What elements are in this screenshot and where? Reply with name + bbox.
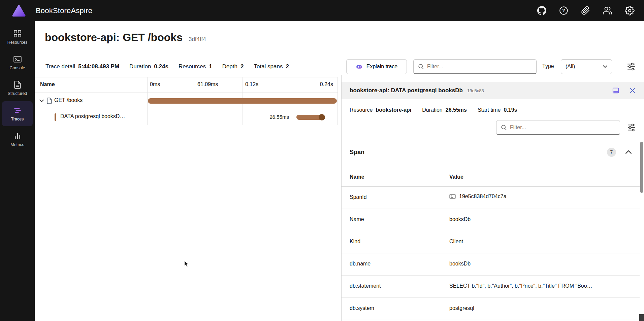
span-count-badge: 7	[607, 148, 616, 157]
stat-value: 2	[240, 63, 244, 70]
span-name: DATA postgresql booksD…	[60, 113, 145, 119]
type-select-value: (All)	[566, 64, 575, 70]
table-row[interactable]: db.statement SELECT b."Id", b."Author", …	[342, 276, 640, 298]
span-details-panel: bookstore-api: DATA postgresql booksDb 1…	[341, 75, 644, 321]
property-value: booksDb	[449, 261, 471, 267]
table-row[interactable]: db.name booksDb	[342, 253, 640, 276]
help-icon[interactable]: ?	[559, 6, 568, 15]
stat-total-spans: Total spans 2	[254, 63, 289, 70]
settings-gear-icon[interactable]	[625, 6, 635, 15]
community-people-icon[interactable]	[603, 6, 612, 15]
sidebar-item-traces[interactable]: Traces	[2, 101, 33, 126]
table-row[interactable]: SpanId 19e5c8384d704c7a	[342, 187, 640, 209]
stat-label: Start time	[478, 107, 501, 113]
stat-label: Trace detail	[45, 63, 75, 70]
feedback-paperclip-icon[interactable]	[581, 6, 590, 15]
time-tick: 0.24s	[320, 81, 333, 87]
stat-value: bookstore-api	[376, 107, 411, 113]
structured-logs-icon	[13, 80, 22, 89]
panel-filter-box	[496, 120, 620, 135]
panel-title: bookstore-api: DATA postgresql booksDb	[350, 87, 463, 94]
property-name: Kind	[350, 239, 360, 245]
stat-value: 26.55ms	[446, 107, 467, 113]
trace-filter-box	[413, 59, 537, 74]
sidebar-item-console[interactable]: Console	[2, 50, 33, 75]
property-name: db.statement	[350, 283, 381, 289]
span-id-card-icon	[449, 194, 456, 199]
table-row[interactable]: db.system postgresql	[342, 298, 640, 320]
span-row-child[interactable]: DATA postgresql booksD… 26.55ms	[35, 109, 338, 125]
span-section-header[interactable]: Span 7	[342, 144, 640, 160]
github-icon[interactable]	[537, 6, 546, 15]
stat-value: 5:44:08.493 PM	[78, 63, 119, 70]
dock-panel-icon[interactable]	[612, 87, 619, 94]
property-name: db.name	[350, 261, 371, 267]
span-row-root[interactable]: GET /books	[35, 93, 338, 109]
panel-scrollbar[interactable]	[639, 140, 644, 321]
property-value: 19e5c8384d704c7a	[459, 193, 507, 200]
traces-gantt-icon	[13, 106, 22, 115]
column-divider	[440, 172, 440, 183]
property-value-group: 19e5c8384d704c7a	[449, 193, 507, 200]
expand-chevron-icon[interactable]	[39, 100, 44, 102]
scrollbar-thumb[interactable]	[640, 142, 643, 193]
sidebar: Resources Console Structured	[0, 21, 35, 321]
topbar-icon-group: ?	[537, 0, 635, 21]
close-icon[interactable]	[629, 87, 636, 94]
stat-trace-detail: Trace detail 5:44:08.493 PM	[45, 63, 119, 70]
type-label: Type	[542, 63, 554, 69]
sidebar-label: Console	[10, 66, 25, 70]
trace-waterfall: Name 0ms 61.09ms 0.12s 0.24s GET /books …	[35, 77, 338, 321]
stat-label: Depth	[222, 63, 237, 70]
property-value: Client	[449, 239, 463, 245]
stat-duration: Duration 0.24s	[129, 63, 168, 70]
stat-value: 0.19s	[504, 107, 517, 113]
sidebar-label: Traces	[11, 117, 24, 121]
stat-value: 0.24s	[154, 63, 168, 70]
properties-table-header: Name Value	[342, 168, 640, 187]
span-duration-label: 26.55ms	[255, 114, 289, 120]
stat-label: Resource	[350, 107, 373, 113]
stat-value: 2	[286, 63, 289, 70]
sidebar-item-structured[interactable]: Structured	[2, 76, 33, 101]
name-column-header: Name	[40, 81, 55, 87]
table-row[interactable]: Name booksDb	[342, 209, 640, 231]
mouse-cursor	[183, 260, 190, 268]
panel-filter-input[interactable]	[510, 124, 616, 131]
explain-trace-button[interactable]: Explain trace	[346, 59, 407, 74]
span-name: GET /books	[54, 97, 83, 103]
stat-value: 1	[209, 63, 212, 70]
trace-filter-input[interactable]	[427, 64, 532, 70]
panel-filter-options-icon[interactable]	[627, 123, 636, 132]
span-bar-root[interactable]	[148, 98, 337, 104]
span-bar-child[interactable]	[296, 115, 325, 120]
sidebar-item-resources[interactable]: Resources	[2, 25, 33, 49]
chevron-down-icon	[603, 65, 607, 68]
main-content: bookstore-api: GET /books 3df4ff4 Trace …	[35, 21, 644, 321]
panel-header: bookstore-api: DATA postgresql booksDb 1…	[342, 82, 644, 99]
table-row[interactable]: Kind Client	[342, 231, 640, 253]
top-bar: BookStoreAspire ?	[0, 0, 644, 21]
sidebar-item-metrics[interactable]: Metrics	[2, 127, 33, 152]
panel-stat-resource: Resource bookstore-api	[350, 107, 411, 113]
sidebar-label: Metrics	[10, 142, 24, 147]
trace-id: 3df4ff4	[189, 36, 206, 43]
app-title: BookStoreAspire	[36, 6, 92, 15]
time-tick: 0ms	[150, 81, 160, 87]
filter-options-icon[interactable]	[627, 62, 636, 71]
stat-resources: Resources 1	[179, 63, 212, 70]
document-icon	[47, 98, 52, 104]
resources-grid-icon	[13, 29, 22, 38]
stat-label: Resources	[179, 63, 206, 70]
metrics-chart-icon	[13, 132, 22, 140]
page-title-row: bookstore-api: GET /books 3df4ff4	[45, 31, 206, 44]
panel-header-icons	[612, 87, 636, 94]
property-name: SpanId	[350, 194, 367, 200]
stat-label: Duration	[422, 107, 442, 113]
type-select[interactable]: (All)	[561, 59, 612, 74]
aspire-logo-icon	[12, 5, 26, 17]
property-value: booksDb	[449, 216, 471, 222]
waterfall-header: Name 0ms 61.09ms 0.12s 0.24s	[35, 77, 338, 93]
scrollbar-bottom-button[interactable]	[639, 314, 644, 321]
chevron-up-icon[interactable]	[625, 150, 632, 154]
